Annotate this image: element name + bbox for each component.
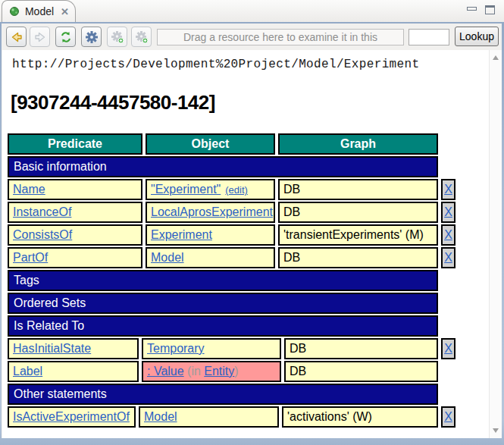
- add-view-button[interactable]: [107, 27, 127, 47]
- predicate-link[interactable]: ConsistsOf: [13, 228, 72, 242]
- section-header-is-related-to: Is Related To: [8, 315, 438, 337]
- section-title: Ordered Sets: [14, 296, 86, 310]
- section-header-other-statements: Other statements: [8, 384, 438, 405]
- refresh-icon: [59, 30, 73, 44]
- remove-link[interactable]: X: [444, 205, 452, 219]
- tab-close-icon[interactable]: ✕: [61, 6, 69, 17]
- browser-toolbar: Drag a resource here to examine it in th…: [2, 24, 502, 50]
- header-graph: Graph: [278, 133, 438, 155]
- predicate-link[interactable]: Name: [13, 183, 45, 196]
- object-cell: : Value (in Entity): [142, 361, 281, 382]
- object-cell: Experiment: [146, 224, 275, 246]
- maximize-view-icon[interactable]: [485, 5, 495, 14]
- predicate-cell: IsActiveExperimentOf: [8, 406, 136, 428]
- graph-cell: DB: [278, 202, 438, 223]
- object-context-text: (in: [184, 365, 205, 378]
- object-link[interactable]: Entity: [204, 365, 234, 378]
- graph-cell: 'activations' (W): [282, 406, 438, 428]
- gear-icon: [85, 30, 99, 44]
- object-link[interactable]: Experiment: [151, 228, 212, 241]
- remove-link[interactable]: X: [444, 183, 452, 196]
- add-view-alt-button[interactable]: [131, 27, 152, 47]
- object-context-text: ): [234, 365, 238, 378]
- graph-cell: DB: [278, 247, 438, 268]
- vertical-scrollbar[interactable]: [489, 50, 502, 438]
- back-button[interactable]: [6, 27, 27, 47]
- predicate-link[interactable]: InstanceOf: [13, 205, 71, 219]
- view-tab-bar: Model ✕: [0, 0, 504, 22]
- object-content: "Experiment"(edit): [151, 183, 248, 196]
- minimize-view-icon[interactable]: [467, 7, 477, 11]
- predicate-cell: HasInitialState: [8, 338, 139, 359]
- graph-cell: DB: [278, 179, 438, 200]
- lookup-button[interactable]: Lookup: [455, 27, 499, 46]
- statement-row: IsActiveExperimentOfModel'activations' (…: [8, 406, 489, 428]
- remove-statement-button[interactable]: X: [441, 202, 455, 223]
- section-header-tags: Tags: [8, 270, 438, 291]
- settings-button[interactable]: [81, 27, 102, 47]
- view-frame: Drag a resource here to examine it in th…: [0, 22, 504, 445]
- remove-statement-button[interactable]: X: [441, 224, 455, 246]
- object-content: Temporary: [147, 342, 205, 356]
- refresh-button[interactable]: [55, 27, 76, 47]
- section-header-basic-information: Basic information: [8, 156, 438, 177]
- statements-table: Predicate Object Graph Basic information…: [8, 133, 489, 428]
- remove-link[interactable]: X: [444, 251, 452, 265]
- object-content: Model: [144, 410, 177, 424]
- statement-row: HasInitialStateTemporaryDBX: [8, 338, 489, 359]
- remove-statement-button[interactable]: X: [441, 179, 455, 200]
- table-header-row: Predicate Object Graph: [8, 133, 489, 155]
- lookup-input[interactable]: [409, 29, 449, 45]
- remove-statement-button[interactable]: X: [441, 338, 455, 359]
- predicate-link[interactable]: PartOf: [13, 251, 48, 265]
- browser-content: http://Projects/Development%20Project/Mo…: [2, 50, 489, 438]
- gear-plus-icon: [111, 30, 124, 44]
- statement-row: Label: Value (in Entity)DB: [8, 361, 489, 382]
- predicate-link[interactable]: HasInitialState: [13, 342, 91, 356]
- header-predicate: Predicate: [8, 133, 142, 155]
- object-cell: LocalAprosExperiment: [146, 202, 275, 223]
- scroll-down-icon[interactable]: [493, 428, 499, 433]
- graph-cell: DB: [284, 338, 438, 359]
- section-title: Is Related To: [14, 319, 84, 333]
- predicate-link[interactable]: Label: [13, 365, 42, 378]
- object-content: : Value (in Entity): [147, 365, 239, 378]
- predicate-cell: Name: [8, 179, 142, 200]
- sections-host: Basic informationName"Experiment"(edit)D…: [8, 156, 489, 428]
- gear-plus-icon: [135, 30, 149, 44]
- remove-statement-button[interactable]: X: [441, 406, 455, 428]
- resource-id-heading: [9307244-4457580-142]: [11, 91, 489, 114]
- back-arrow-icon: [10, 30, 23, 44]
- predicate-cell: Label: [8, 361, 139, 382]
- remove-link[interactable]: X: [444, 228, 452, 242]
- remove-statement-button[interactable]: X: [441, 247, 455, 268]
- section-title: Other statements: [14, 387, 107, 401]
- resource-url: http://Projects/Development%20Project/Mo…: [12, 58, 489, 71]
- statement-row: PartOfModelDBX: [8, 247, 489, 268]
- graph-cell: 'transientExperiments' (M): [278, 224, 438, 246]
- section-title: Tags: [14, 274, 39, 287]
- object-content: Experiment: [151, 228, 212, 242]
- remove-link[interactable]: X: [444, 410, 452, 424]
- object-cell: Model: [146, 247, 275, 268]
- tab-model[interactable]: Model ✕: [2, 0, 76, 22]
- object-link[interactable]: Temporary: [147, 342, 205, 355]
- tab-title: Model: [25, 5, 54, 17]
- object-link[interactable]: Model: [144, 410, 177, 423]
- forward-arrow-icon: [33, 30, 47, 44]
- object-link[interactable]: LocalAprosExperiment: [151, 205, 273, 218]
- object-link[interactable]: "Experiment": [151, 183, 221, 196]
- object-link[interactable]: Model: [151, 251, 184, 264]
- predicate-link[interactable]: IsActiveExperimentOf: [13, 410, 130, 424]
- predicate-cell: PartOf: [8, 247, 142, 268]
- statement-row: ConsistsOfExperiment'transientExperiment…: [8, 224, 489, 246]
- graph-cell: DB: [284, 361, 438, 382]
- object-link[interactable]: : Value: [147, 365, 184, 378]
- remove-link[interactable]: X: [444, 342, 452, 356]
- drag-resource-field[interactable]: Drag a resource here to examine it in th…: [157, 29, 404, 45]
- predicate-cell: ConsistsOf: [8, 224, 142, 246]
- edit-link[interactable]: (edit): [225, 184, 248, 196]
- object-cell: "Experiment"(edit): [146, 179, 275, 200]
- forward-button[interactable]: [30, 27, 50, 47]
- scroll-up-icon[interactable]: [493, 55, 499, 60]
